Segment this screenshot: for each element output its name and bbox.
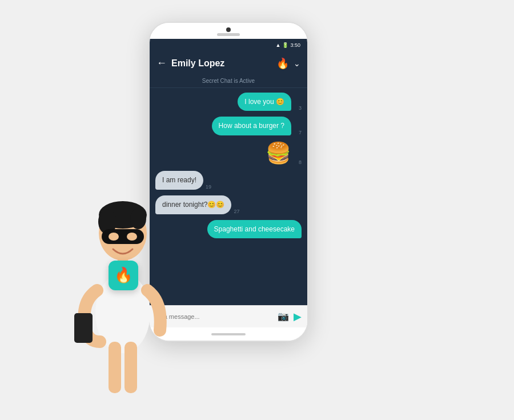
contact-name: Emily Lopez [171, 58, 272, 69]
message-row: 3 I love you 😊 [155, 93, 302, 111]
message-text: How about a burger ? [219, 122, 284, 130]
svg-rect-9 [102, 229, 144, 244]
time-label: 3:50 [290, 42, 300, 48]
svg-rect-3 [74, 313, 93, 343]
svg-rect-1 [109, 342, 121, 393]
signal-icon: ▲ [276, 42, 281, 48]
app-header: ← Emily Lopez 🔥 ⌄ [150, 51, 307, 75]
chevron-down-icon[interactable]: ⌄ [294, 59, 300, 68]
burger-emoji: 🍔 [266, 141, 291, 165]
svg-point-10 [109, 233, 119, 241]
svg-point-8 [130, 209, 146, 229]
message-text: I love you 😊 [244, 98, 284, 106]
send-button[interactable]: ▶ [294, 310, 302, 323]
battery-icon: 🔋 [282, 42, 288, 48]
message-bubble: How about a burger ? [212, 117, 291, 135]
message-number: 19 [206, 184, 214, 190]
phone-top-bar [150, 23, 307, 39]
scene: ▲ 🔋 3:50 ← Emily Lopez 🔥 ⌄ Secret Chat i… [57, 16, 457, 405]
message-text: Spaghetti and cheesecake [214, 225, 295, 233]
phone-speaker [217, 33, 240, 36]
camera-icon[interactable]: 📷 [278, 311, 289, 322]
secret-chat-bar: Secret Chat is Active [150, 75, 307, 88]
secret-chat-label: Secret Chat is Active [202, 78, 255, 84]
phone-camera [226, 27, 231, 32]
message-number: 3 [294, 105, 302, 111]
message-number: 8 [294, 159, 302, 165]
message-number: 27 [234, 209, 242, 214]
tinder-badge: 🔥 [109, 261, 138, 290]
svg-point-11 [127, 233, 137, 241]
status-icons: ▲ 🔋 3:50 [276, 42, 300, 48]
back-button[interactable]: ← [156, 57, 167, 69]
message-number: 7 [294, 130, 302, 135]
tinder-flame-icon: 🔥 [276, 57, 289, 70]
home-bar [211, 333, 246, 335]
message-bubble: Spaghetti and cheesecake [207, 220, 302, 239]
svg-rect-2 [125, 342, 137, 393]
badge-flame-icon: 🔥 [114, 266, 132, 284]
message-bubble: I love you 😊 [238, 93, 291, 111]
status-bar: ▲ 🔋 3:50 [150, 39, 307, 51]
